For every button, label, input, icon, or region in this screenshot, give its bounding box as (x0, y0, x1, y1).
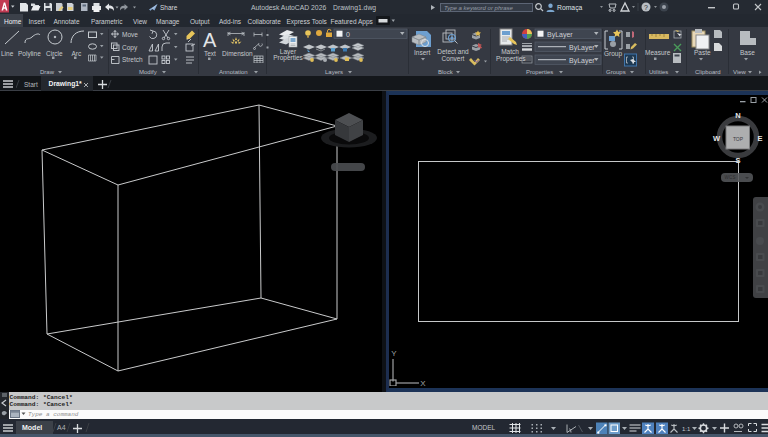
svg-text:TOP: TOP (733, 136, 744, 142)
svg-text:ByLayer: ByLayer (547, 31, 573, 39)
svg-text:X: X (420, 379, 426, 386)
svg-text:E: E (757, 134, 762, 143)
svg-text:W: W (713, 134, 721, 143)
svg-text:S: S (735, 156, 740, 165)
svg-text:ByLayer: ByLayer (569, 57, 595, 65)
svg-text:Y: Y (391, 349, 397, 358)
svg-text:N: N (735, 111, 740, 120)
svg-text:0: 0 (346, 31, 350, 38)
svg-text:1:1: 1:1 (682, 426, 691, 432)
svg-text:ByLayer: ByLayer (569, 44, 595, 52)
svg-text:?: ? (644, 4, 648, 11)
